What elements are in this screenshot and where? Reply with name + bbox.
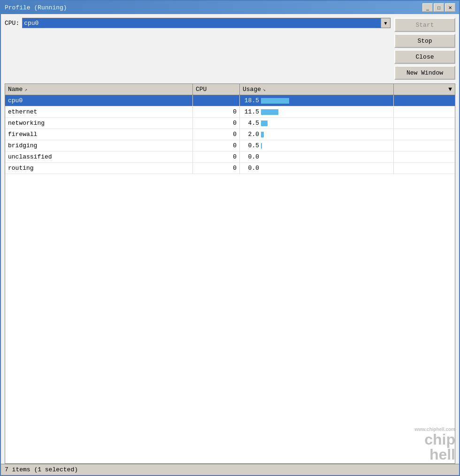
extra-dropdown-icon: ▼ bbox=[448, 86, 452, 93]
new-window-button[interactable]: New Window bbox=[394, 66, 455, 80]
cell-usage: 2.0 bbox=[240, 129, 394, 140]
cpu-input[interactable] bbox=[23, 18, 381, 28]
name-sort-arrow: ↗ bbox=[24, 87, 27, 92]
cpu-input-wrapper: ▼ bbox=[22, 18, 391, 28]
cell-extra bbox=[394, 129, 455, 140]
cpu-label: CPU: bbox=[5, 20, 19, 27]
status-text: 7 items (1 selected) bbox=[5, 466, 78, 473]
cell-cpu: 0 bbox=[193, 118, 240, 128]
cell-extra bbox=[394, 140, 455, 151]
table-row[interactable]: cpu0 18.5 bbox=[5, 95, 455, 106]
table-row[interactable]: bridging 0 0.5 bbox=[5, 140, 455, 151]
table-row[interactable]: networking 0 4.5 bbox=[5, 118, 455, 129]
cell-usage: 0.5 bbox=[240, 140, 394, 151]
maximize-button[interactable]: □ bbox=[434, 3, 444, 12]
table-row[interactable]: ethernet 0 11.5 bbox=[5, 106, 455, 118]
title-bar-controls: _ □ ✕ bbox=[422, 3, 455, 12]
data-table: Name ↗ CPU Usage ↘ ▼ bbox=[5, 83, 455, 464]
column-header-cpu[interactable]: CPU bbox=[193, 84, 240, 95]
title-bar: Profile (Running) _ □ ✕ bbox=[1, 1, 459, 14]
cell-name: cpu0 bbox=[5, 95, 193, 106]
cell-cpu: 0 bbox=[193, 151, 240, 162]
cell-extra bbox=[394, 106, 455, 117]
cell-cpu: 0 bbox=[193, 163, 240, 174]
table-row[interactable]: routing 0 0.0 bbox=[5, 163, 455, 174]
stop-button[interactable]: Stop bbox=[394, 34, 455, 48]
cell-name: routing bbox=[5, 163, 193, 174]
close-button[interactable]: Close bbox=[394, 50, 455, 64]
minimize-button[interactable]: _ bbox=[422, 3, 433, 12]
cell-name: networking bbox=[5, 118, 193, 128]
cell-cpu bbox=[193, 95, 240, 106]
status-bar: 7 items (1 selected) bbox=[1, 464, 459, 475]
usage-sort-arrow: ↘ bbox=[263, 87, 266, 92]
cell-cpu: 0 bbox=[193, 129, 240, 140]
watermark: www.chiphell.com chiphell bbox=[414, 427, 455, 462]
table-row[interactable]: firewall 0 2.0 bbox=[5, 129, 455, 140]
cell-usage: 11.5 bbox=[240, 106, 394, 117]
window-close-button[interactable]: ✕ bbox=[445, 3, 455, 12]
cpu-dropdown-button[interactable]: ▼ bbox=[381, 18, 390, 28]
watermark-logo: chiphell bbox=[414, 432, 455, 462]
cell-extra bbox=[394, 151, 455, 162]
cell-extra bbox=[394, 118, 455, 128]
cell-name: ethernet bbox=[5, 106, 193, 117]
cell-usage: 18.5 bbox=[240, 95, 394, 106]
start-button[interactable]: Start bbox=[394, 18, 455, 32]
cell-usage: 0.0 bbox=[240, 151, 394, 162]
cell-name: bridging bbox=[5, 140, 193, 151]
cell-usage: 0.0 bbox=[240, 163, 394, 174]
cell-name: firewall bbox=[5, 129, 193, 140]
column-header-usage[interactable]: Usage ↘ bbox=[240, 84, 394, 95]
table-header: Name ↗ CPU Usage ↘ ▼ bbox=[5, 84, 455, 95]
window-title: Profile (Running) bbox=[5, 4, 67, 11]
cell-extra bbox=[394, 95, 455, 106]
cell-cpu: 0 bbox=[193, 140, 240, 151]
table-row[interactable]: unclassified 0 0.0 bbox=[5, 151, 455, 163]
table-body: cpu0 18.5 ethernet 0 11.5 networking 0 4… bbox=[5, 95, 455, 463]
cell-cpu: 0 bbox=[193, 106, 240, 117]
cell-extra bbox=[394, 163, 455, 174]
cell-usage: 4.5 bbox=[240, 118, 394, 128]
column-header-name[interactable]: Name ↗ bbox=[5, 84, 193, 95]
cell-name: unclassified bbox=[5, 151, 193, 162]
column-header-extra[interactable]: ▼ bbox=[394, 84, 455, 95]
